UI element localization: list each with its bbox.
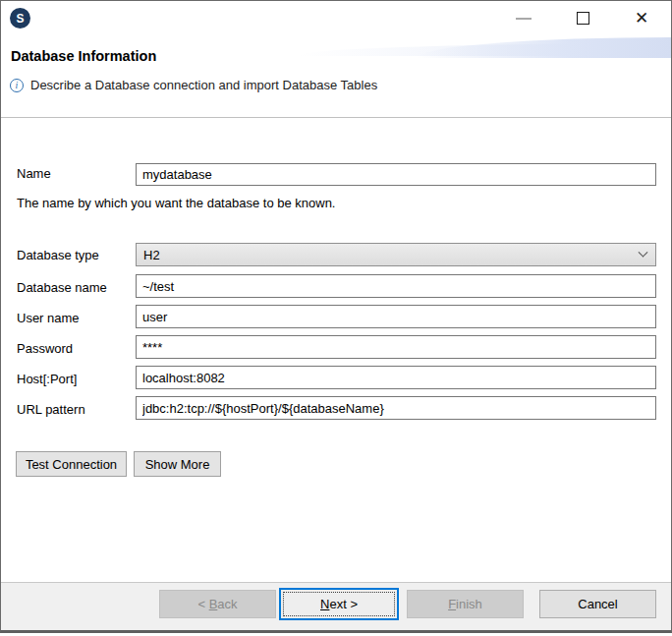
titlebar[interactable]: S ✕ [1,1,671,35]
host-port-input[interactable] [136,366,656,389]
test-connection-button[interactable]: Test Connection [16,451,127,477]
database-name-label: Database name [17,280,107,295]
next-button-label: Next > [320,597,358,611]
database-name-input[interactable] [136,274,656,298]
database-type-label: Database type [17,248,99,262]
name-label: Name [17,166,51,181]
username-label: User name [17,311,80,325]
finish-button[interactable]: Finish [407,590,524,618]
name-input[interactable] [136,163,656,186]
page-description-row: i Describe a Database connection and imp… [10,78,377,92]
maximize-icon [577,12,589,25]
password-input[interactable] [136,335,656,359]
cancel-button-label: Cancel [578,597,617,611]
wizard-banner: Database Information i Describe a Databa… [1,35,671,118]
chevron-down-icon [639,247,648,257]
database-type-value: H2 [143,248,160,262]
password-label: Password [17,341,73,356]
close-icon: ✕ [635,10,648,27]
close-button[interactable]: ✕ [612,1,671,35]
window-controls: ✕ [494,1,671,35]
banner-swoosh [418,37,671,58]
maximize-button[interactable] [553,1,612,35]
url-pattern-input[interactable] [136,396,656,420]
name-hint: The name by which you want the database … [17,196,335,210]
app-logo-icon: S [10,8,30,29]
database-type-select[interactable]: H2 [136,243,656,266]
page-title: Database Information [11,48,156,64]
username-input[interactable] [136,305,656,328]
next-button[interactable]: Next > [279,588,399,620]
show-more-button[interactable]: Show More [134,451,221,477]
url-pattern-label: URL pattern [17,402,85,417]
page-description: Describe a Database connection and impor… [30,78,377,92]
host-port-label: Host[:Port] [17,372,77,386]
minimize-button[interactable] [494,1,553,35]
wizard-dialog-window: S ✕ Database Information i Describe a Da… [0,0,672,633]
back-button[interactable]: < Back [159,590,276,618]
back-button-label: < Back [197,597,237,611]
info-icon: i [10,79,24,92]
finish-button-label: Finish [448,597,482,611]
cancel-button[interactable]: Cancel [539,590,656,618]
minimize-icon [516,18,532,20]
